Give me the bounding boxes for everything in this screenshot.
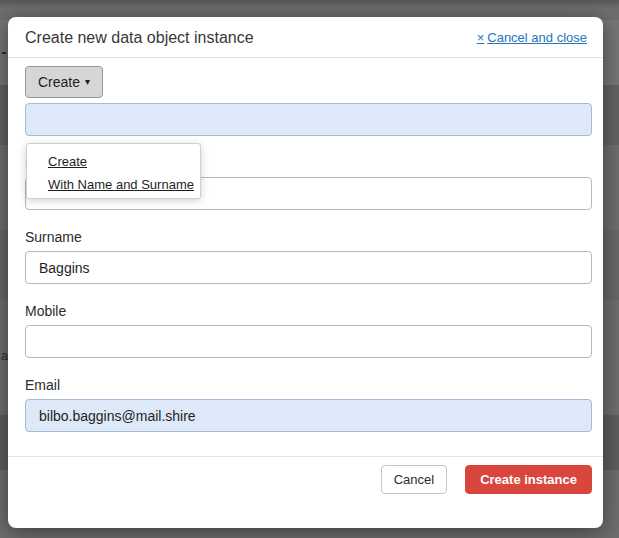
mobile-label: Mobile bbox=[25, 303, 592, 320]
create-instance-modal: Create new data object instance ×Cancel … bbox=[8, 17, 603, 528]
caret-down-icon: ▾ bbox=[85, 77, 90, 87]
modal-title: Create new data object instance bbox=[25, 29, 254, 47]
cancel-button[interactable]: Cancel bbox=[381, 465, 447, 494]
dropdown-item-with-name-and-surname[interactable]: With Name and Surname bbox=[27, 173, 200, 196]
dropdown-item-create[interactable]: Create bbox=[27, 150, 200, 173]
email-label: Email bbox=[25, 377, 592, 394]
create-dropdown-label: Create bbox=[38, 74, 80, 90]
modal-body: Create ▾ Create With Name and Surname Na… bbox=[8, 58, 603, 432]
create-dropdown-menu: Create With Name and Surname bbox=[26, 143, 201, 199]
surname-label: Surname bbox=[25, 229, 592, 246]
create-dropdown-button[interactable]: Create ▾ bbox=[25, 66, 103, 98]
create-instance-button[interactable]: Create instance bbox=[465, 465, 592, 494]
id-field-disabled bbox=[25, 103, 592, 136]
modal-header: Create new data object instance ×Cancel … bbox=[8, 17, 603, 58]
cancel-and-close-link[interactable]: ×Cancel and close bbox=[477, 29, 587, 47]
email-field-disabled bbox=[25, 399, 592, 432]
modal-footer: Cancel Create instance bbox=[8, 456, 603, 509]
cancel-and-close-label: Cancel and close bbox=[487, 30, 587, 45]
mobile-field[interactable] bbox=[25, 325, 592, 358]
surname-field[interactable] bbox=[25, 251, 592, 284]
close-icon: × bbox=[477, 30, 485, 45]
